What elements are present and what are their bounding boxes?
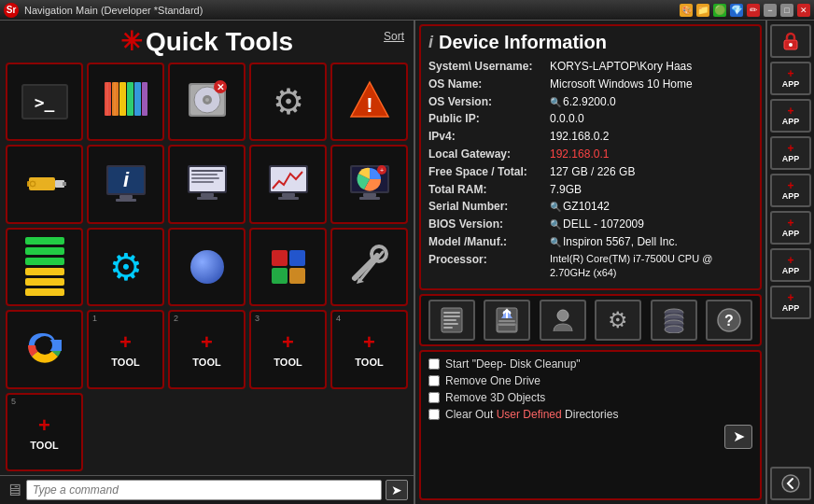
star-icon: ✳ [120, 26, 142, 57]
checklist-footer: ➤ [428, 425, 752, 449]
green-icon[interactable]: 🟢 [713, 4, 726, 17]
tools-grid: >_ [0, 59, 414, 475]
sidebar-add-app-3[interactable]: + APP [770, 136, 811, 170]
notes-button[interactable] [428, 300, 475, 341]
check-item-4: Clear Out User Defined Directories [428, 408, 752, 421]
tool-info-screen[interactable]: i [87, 145, 164, 223]
sidebar-add-app-2[interactable]: + APP [770, 99, 811, 133]
scanner-icon: ✕ [185, 79, 230, 124]
info-row-osname: OS Name: Microsoft Windows 10 Home [428, 77, 752, 92]
tool-cyan-gear[interactable]: ⚙ [87, 228, 164, 306]
tool-books[interactable] [87, 63, 164, 141]
info-row-processor: Processor: Intel(R) Core(TM) i7-7500U CP… [428, 252, 752, 281]
checklist-arrow-button[interactable]: ➤ [724, 425, 752, 449]
tool-ball[interactable] [168, 228, 246, 306]
tool-empty-3[interactable]: 3 + TOOL [249, 310, 327, 388]
cmd-prompt-icon: 🖥 [6, 481, 22, 500]
gear-icon: ⚙ [273, 81, 304, 122]
blue-icon[interactable]: 💎 [730, 4, 743, 17]
warning-icon: ! [348, 79, 391, 124]
command-go-button[interactable]: ➤ [386, 480, 408, 500]
command-input[interactable] [26, 480, 382, 500]
minimize-button[interactable]: − [764, 4, 777, 17]
svg-rect-20 [63, 182, 66, 186]
sidebar-add-app-1[interactable]: + APP [770, 62, 811, 95]
info-row-model: Model /Manuf.: 🔍Inspiron 5567, Dell Inc. [428, 234, 752, 250]
svg-rect-38 [282, 193, 295, 197]
checklist-panel: Start "Deep- Disk Cleanup" Remove One Dr… [419, 350, 762, 500]
sidebar-add-app-4[interactable]: + APP [770, 174, 811, 207]
folder-icon[interactable]: 📁 [696, 4, 709, 17]
sidebar-add-app-5[interactable]: + APP [770, 211, 811, 245]
mosaic-icon [272, 250, 305, 284]
svg-rect-32 [191, 177, 219, 179]
maximize-button[interactable]: □ [780, 4, 793, 17]
svg-point-22 [31, 182, 35, 186]
export-button[interactable] [484, 300, 530, 341]
svg-rect-57 [443, 319, 456, 321]
pen-icon[interactable]: ✏ [747, 4, 760, 17]
settings-button[interactable]: ⚙ [595, 300, 641, 341]
svg-text:i: i [122, 168, 129, 191]
lock-button[interactable] [770, 24, 811, 58]
svg-rect-4 [134, 82, 141, 116]
tool-google[interactable]: G [6, 310, 83, 388]
database-button[interactable] [651, 300, 697, 341]
svg-rect-0 [105, 82, 111, 116]
svg-point-67 [557, 310, 568, 321]
tool-gear[interactable]: ⚙ [249, 63, 327, 141]
books-icon [103, 78, 149, 125]
svg-rect-26 [119, 195, 133, 199]
check-4-checkbox[interactable] [428, 409, 440, 420]
tool-warning[interactable]: ! [330, 63, 408, 141]
check-item-1: Start "Deep- Disk Cleanup" [428, 357, 752, 371]
sidebar-add-app-6[interactable]: + APP [770, 248, 811, 282]
titlebar: Sr Navigation Main (Developer *Standard)… [0, 0, 814, 21]
svg-rect-56 [443, 315, 460, 317]
svg-text:⚙: ⚙ [608, 307, 628, 332]
check-3-checkbox[interactable] [428, 392, 440, 403]
back-button[interactable] [770, 467, 811, 500]
info-row-ipv4: IPv4: 192.168.0.2 [428, 129, 752, 145]
tool-scanner[interactable]: ✕ [168, 63, 246, 141]
device-info-title: i Device Information [428, 32, 752, 53]
tool-terminal[interactable]: >_ [6, 63, 83, 141]
ball-icon [190, 250, 224, 284]
sidebar-add-app-7[interactable]: + APP [770, 286, 811, 319]
svg-rect-2 [119, 82, 126, 116]
svg-rect-59 [443, 327, 453, 329]
app-logo: Sr [4, 3, 19, 18]
svg-text:+: + [379, 167, 383, 174]
user-button[interactable] [540, 300, 586, 341]
far-right-sidebar: + APP + APP + APP + APP + APP + APP + AP… [765, 21, 814, 504]
tool-wrench[interactable] [330, 228, 408, 306]
sort-button[interactable]: Sort [384, 30, 404, 43]
tool-usb[interactable] [6, 145, 83, 223]
info-row-gateway: Local Gateway: 192.168.0.1 [428, 147, 752, 162]
tool-monitor-graph[interactable] [249, 145, 327, 223]
main-area: ✳ Quick Tools Sort >_ [0, 21, 814, 504]
close-button[interactable]: ✕ [797, 4, 810, 17]
help-button[interactable]: ? [706, 300, 752, 341]
tool-mosaic[interactable] [249, 228, 327, 306]
info-row-publicip: Public IP: 0.0.0.0 [428, 111, 752, 127]
color-icon-1[interactable]: 🎨 [680, 4, 693, 17]
google-icon: G [22, 325, 67, 374]
tool-pie[interactable]: + [330, 145, 408, 223]
tool-bars[interactable] [6, 228, 83, 306]
tool-empty-1[interactable]: 1 + TOOL [87, 310, 164, 388]
tool-empty-4[interactable]: 4 + TOOL [330, 310, 408, 388]
tool-empty-2[interactable]: 2 + TOOL [168, 310, 246, 388]
info-row-username: System\ Username: KORYS-LAPTOP\Kory Haas [428, 59, 752, 75]
right-panel: i Device Information System\ Username: K… [415, 21, 765, 504]
tool-empty-5[interactable]: 5 + TOOL [6, 393, 83, 471]
svg-rect-45 [359, 197, 380, 200]
check-2-checkbox[interactable] [428, 375, 440, 386]
svg-rect-27 [116, 199, 136, 202]
usb-icon [21, 162, 68, 207]
tool-system-screen[interactable] [168, 145, 246, 223]
info-screen-icon: i [103, 162, 149, 207]
check-1-checkbox[interactable] [428, 358, 440, 370]
check-item-2: Remove One Drive [428, 374, 752, 387]
device-info-panel: i Device Information System\ Username: K… [419, 24, 762, 290]
